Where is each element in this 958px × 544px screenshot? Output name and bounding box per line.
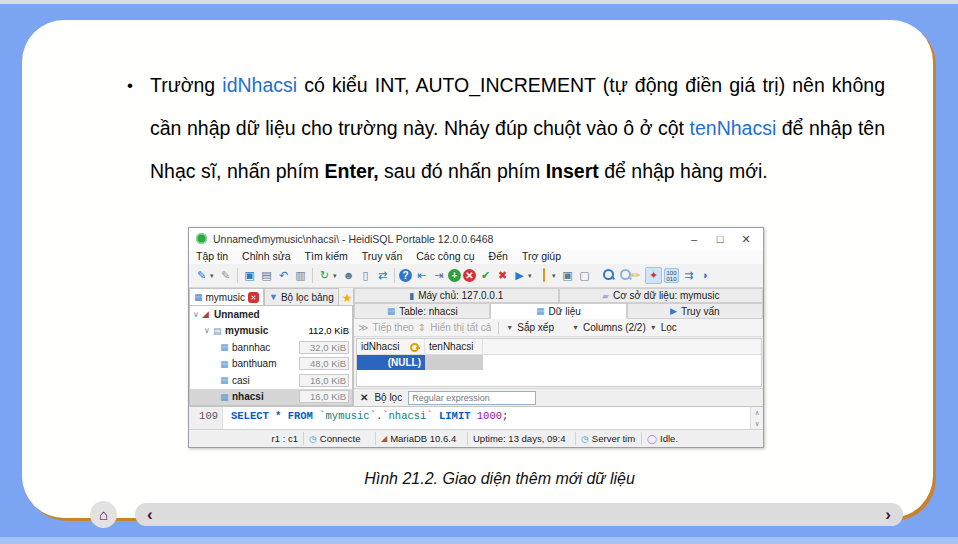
prev-slide-button[interactable]: ‹ (147, 505, 153, 525)
expander-icon[interactable]: ∨ (193, 310, 202, 319)
maximize-button[interactable]: □ (707, 229, 733, 249)
chevron-down-icon[interactable]: ▾ (210, 272, 217, 280)
tab-host[interactable]: ▮ Máy chủ: 127.0.0.1 (354, 288, 559, 303)
database-icon: ▰ (602, 291, 609, 301)
filter-input[interactable] (408, 391, 536, 405)
text-seg4: sau đó nhấn phím (379, 160, 546, 182)
column-label: tenNhacsi (429, 341, 473, 352)
folder-icon[interactable] (543, 268, 545, 282)
scroll-down-icon[interactable]: ∨ (755, 420, 759, 428)
chevron-down-icon[interactable]: ▾ (528, 272, 535, 280)
tab-table[interactable]: ▦ Table: nhacsi (354, 303, 490, 319)
sync-icon[interactable]: ⇄ (375, 268, 390, 283)
print-icon[interactable]: ▥ (293, 268, 308, 283)
sql-semicolon: ; (502, 410, 508, 422)
tab-data[interactable]: ▦ Dữ liệu (490, 303, 626, 319)
tree-row-session[interactable]: ∨ ◢ Unnamed (190, 306, 352, 323)
edge-icon[interactable]: ◗ (698, 268, 713, 283)
post-icon[interactable]: ✔ (478, 268, 493, 283)
menu-goto[interactable]: Đến (482, 249, 515, 264)
sql-log[interactable]: 109 SELECT * FROM `mymusic`.`nhacsi` LIM… (189, 406, 763, 430)
filter-dropdown-icon[interactable]: ▼ (650, 324, 657, 331)
column-header-tenNhacsi[interactable]: tenNhacsi (425, 339, 483, 354)
tab-session-mymusic[interactable]: ▦ mymusic ✕ (189, 288, 264, 305)
columns-dropdown-icon[interactable]: ▼ (572, 324, 579, 331)
reformat-icon[interactable]: ⇉ (681, 268, 696, 283)
chevron-down-icon[interactable]: ▾ (333, 272, 340, 280)
highlight-icon[interactable]: ✦ (645, 267, 662, 284)
favorites-star-icon[interactable]: ★ (342, 291, 353, 305)
column-header-idNhacsi[interactable]: idNhacsi (357, 339, 425, 354)
tree-row-table-nhacsi[interactable]: ▦ nhacsi 16,0 KiB (190, 389, 352, 406)
filter-bar: ✕ Bộ lọc (354, 388, 763, 406)
text-seg5: để nhập hàng mới. (599, 160, 768, 182)
text-seg1: Trường (150, 74, 222, 96)
user-manager-icon[interactable]: ☻ (341, 268, 356, 283)
refresh-icon[interactable]: ↻ (317, 268, 332, 283)
filter-icon: ▼ (269, 292, 278, 302)
tab-table-filter[interactable]: ▼ Bộ lọc bảng (264, 288, 339, 305)
title-bar[interactable]: Unnamed\mymusic\nhacsi\ - HeidiSQL Porta… (189, 228, 763, 250)
next-rows-icon[interactable]: ≫ (358, 322, 368, 333)
close-filter-icon[interactable]: ✕ (360, 392, 368, 403)
field-name-tenNhacsi: tenNhacsi (690, 117, 777, 139)
home-button[interactable]: ⌂ (90, 501, 117, 528)
tree-label: casi (232, 375, 299, 386)
bullet-paragraph: • Trường idNhacsi có kiểu INT, AUTO_INCR… (110, 64, 885, 193)
help-icon[interactable]: ? (399, 269, 412, 282)
first-record-icon[interactable]: ⇤ (414, 268, 429, 283)
tree-row-table-banthuam[interactable]: ▦ banthuam 48,0 KiB (190, 356, 352, 373)
session-panel: ▦ mymusic ✕ ▼ Bộ lọc bảng ★ ∨ ◢ Unnamed … (189, 288, 353, 406)
next-slide-button[interactable]: › (885, 505, 891, 525)
chevron-down-icon[interactable]: ▾ (552, 272, 559, 280)
tab-query[interactable]: ▶ Truy vấn (627, 303, 763, 319)
close-button[interactable]: ✕ (733, 229, 759, 249)
session-tab-label: mymusic (206, 292, 245, 303)
discard-icon[interactable]: ✖ (495, 268, 510, 283)
tree-row-table-bannhac[interactable]: ▦ bannhac 32,0 KiB (190, 339, 352, 356)
cell-tenNhacsi-empty[interactable] (425, 355, 483, 370)
monitor-icon[interactable]: ▢ (577, 268, 592, 283)
session-tabs: ▦ mymusic ✕ ▼ Bộ lọc bảng ★ (189, 288, 353, 305)
cancel-icon[interactable]: ✕ (463, 269, 476, 282)
menu-tools[interactable]: Các công cụ (409, 249, 481, 264)
menu-query[interactable]: Truy vấn (355, 249, 409, 264)
close-session-icon[interactable]: ✕ (248, 292, 259, 303)
last-record-icon[interactable]: ⇥ (431, 268, 446, 283)
copy-icon[interactable]: ▣ (242, 268, 257, 283)
data-grid: idNhacsi tenNhacsi (NULL) (356, 338, 762, 387)
tree-row-database[interactable]: ∨ ▤ mymusic 112,0 KiB (190, 323, 352, 340)
menu-file[interactable]: Tập tin (189, 249, 235, 264)
session-manager-icon[interactable]: ✎ (194, 268, 209, 283)
tree-row-table-casi[interactable]: ▦ casi 16,0 KiB (190, 372, 352, 389)
columns-button[interactable]: Columns (2/2) (583, 322, 646, 333)
show-all-icon[interactable]: ⇕ (418, 322, 426, 333)
primary-key-icon (410, 342, 420, 352)
disconnect-icon[interactable]: ✎ (218, 268, 233, 283)
sort-dropdown-icon[interactable]: ▼ (506, 324, 513, 331)
binary-icon[interactable]: 100 010 (664, 268, 679, 283)
scroll-up-icon[interactable]: ∧ (755, 409, 759, 417)
expander-icon[interactable]: ∨ (204, 326, 213, 335)
undo-icon[interactable]: ↶ (276, 268, 291, 283)
save-icon[interactable]: ▣ (560, 268, 575, 283)
size-value: 16,0 KiB (299, 374, 349, 387)
size-value: 48,0 KiB (299, 357, 349, 370)
data-grid-icon: ▦ (536, 306, 545, 316)
minimize-button[interactable]: – (681, 229, 707, 249)
sql-statement: SELECT * FROM `mymusic`.`nhacsi` LIMIT 1… (223, 407, 750, 430)
menu-edit[interactable]: Chỉnh sửa (235, 249, 297, 264)
tab-database[interactable]: ▰ Cơ sở dữ liệu: mymusic (559, 288, 764, 303)
menu-search[interactable]: Tìm kiếm (298, 249, 355, 264)
insert-row-icon[interactable]: + (448, 269, 461, 282)
next-rows-button[interactable]: Tiếp theo (372, 322, 413, 333)
sort-button[interactable]: Sắp xếp (517, 322, 554, 333)
sql-scrollbar[interactable]: ∧ ∨ (750, 407, 763, 430)
show-all-button[interactable]: Hiển thị tất cả (430, 322, 491, 333)
run-icon[interactable]: ▶ (512, 268, 527, 283)
filter-button[interactable]: Lọc (661, 322, 677, 333)
menu-help[interactable]: Trợ giúp (515, 249, 568, 264)
paste-icon[interactable]: ▤ (259, 268, 274, 283)
export-icon[interactable]: ▯ (358, 268, 373, 283)
cell-idNhacsi-null[interactable]: (NULL) (357, 355, 425, 370)
